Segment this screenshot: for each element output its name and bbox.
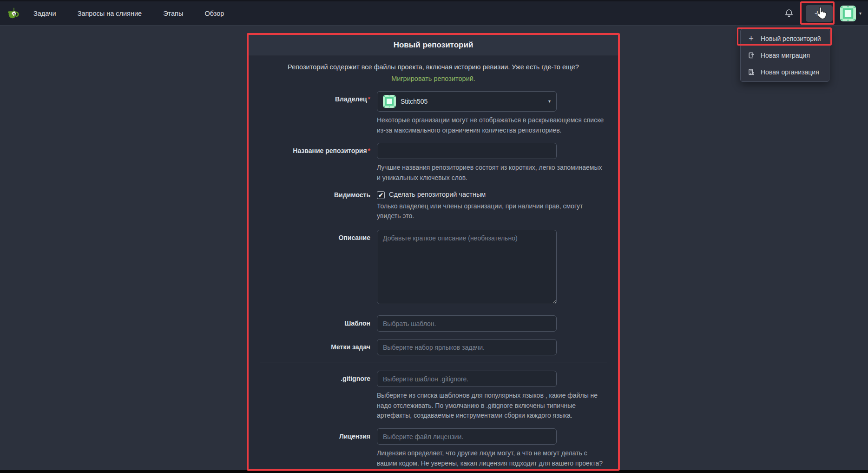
private-checkbox[interactable]: ✔ xyxy=(377,191,385,199)
user-avatar xyxy=(840,6,856,21)
gitignore-help-text: Выберите из списка шаблонов для популярн… xyxy=(377,391,607,421)
nav-item-issues[interactable]: Задачи xyxy=(33,10,56,17)
repo-name-help-text: Лучшие названия репозиториев состоят из … xyxy=(377,163,607,183)
owner-label: Владелец* xyxy=(260,91,377,135)
nav-item-milestones[interactable]: Этапы xyxy=(163,10,183,17)
license-label: Лицензия xyxy=(260,428,377,471)
gitignore-label: .gitignore xyxy=(260,371,377,421)
migration-icon xyxy=(747,52,755,59)
repo-name-input[interactable] xyxy=(377,143,557,159)
choose-license-link[interactable]: Выберите лицензию. xyxy=(408,469,472,471)
issue-labels-input[interactable] xyxy=(377,339,557,355)
issue-labels-label: Метки задач xyxy=(260,339,377,355)
form-intro: Репозиторий содержит все файлы проекта, … xyxy=(273,61,594,85)
visibility-label: Видимость xyxy=(260,191,377,221)
visibility-help-text: Только владелец или члены организации, п… xyxy=(377,201,607,221)
repo-name-label: Название репозитория* xyxy=(260,143,377,183)
notifications-button[interactable] xyxy=(781,5,797,22)
bell-icon xyxy=(784,8,794,19)
panel-body: Репозиторий содержит все файлы проекта, … xyxy=(249,55,618,471)
owner-selected-value: Stitch505 xyxy=(401,98,544,105)
create-new-button[interactable]: + ▾ xyxy=(806,5,833,22)
template-input[interactable] xyxy=(377,315,557,332)
visibility-field-row: Видимость ✔ Сделать репозиторий частным … xyxy=(260,191,607,221)
description-field-row: Описание xyxy=(260,230,607,306)
section-divider xyxy=(260,362,607,362)
page-title: Новый репозиторий xyxy=(394,40,473,50)
gitea-logo[interactable]: b xyxy=(7,7,20,20)
menu-item-new-migration[interactable]: Новая миграция xyxy=(741,47,829,64)
chevron-down-icon: ▾ xyxy=(822,11,824,16)
panel-header: Новый репозиторий xyxy=(249,35,618,55)
owner-select[interactable]: Stitch505 ▾ xyxy=(377,91,557,112)
chevron-down-icon: ▾ xyxy=(859,11,861,16)
plus-icon: + xyxy=(747,34,755,43)
owner-field-row: Владелец* Stitch505 ▾ Некоторые организа… xyxy=(260,91,607,135)
nav-item-pull-requests[interactable]: Запросы на слияние xyxy=(78,10,142,17)
gitignore-field-row: .gitignore Выберите из списка шаблонов д… xyxy=(260,371,607,421)
menu-item-label: Новая организация xyxy=(761,68,819,76)
migrate-repository-link[interactable]: Мигрировать репозиторий. xyxy=(391,75,475,82)
menu-item-label: Новая миграция xyxy=(761,52,810,59)
intro-text: Репозиторий содержит все файлы проекта, … xyxy=(288,63,579,71)
chevron-down-icon: ▾ xyxy=(548,99,551,104)
navbar-right: + ▾ ▾ xyxy=(781,5,861,22)
menu-item-new-organization[interactable]: Новая организация xyxy=(741,64,829,80)
description-label: Описание xyxy=(260,230,377,306)
description-textarea[interactable] xyxy=(377,230,557,304)
license-help-text: Лицензия определяет, что другие люди мог… xyxy=(377,448,607,471)
license-input[interactable] xyxy=(377,428,557,445)
private-checkbox-label[interactable]: Сделать репозиторий частным xyxy=(389,191,486,198)
checkmark-icon: ✔ xyxy=(378,192,383,198)
required-asterisk: * xyxy=(368,95,370,103)
plus-icon: + xyxy=(815,8,820,18)
required-asterisk: * xyxy=(368,147,370,154)
menu-item-label: Новый репозиторий xyxy=(761,35,821,42)
user-menu-button[interactable]: ▾ xyxy=(840,6,861,21)
owner-help-text: Некоторые организации могут не отображат… xyxy=(377,115,607,135)
owner-avatar xyxy=(383,95,396,108)
issue-labels-field-row: Метки задач xyxy=(260,339,607,355)
license-field-row: Лицензия Лицензия определяет, что другие… xyxy=(260,428,607,471)
template-label: Шаблон xyxy=(260,315,377,332)
organization-icon xyxy=(747,68,755,76)
template-field-row: Шаблон xyxy=(260,315,607,332)
create-new-dropdown-menu: + Новый репозиторий Новая миграция Новая… xyxy=(740,29,829,82)
menu-item-new-repository[interactable]: + Новый репозиторий xyxy=(741,30,829,47)
navbar: b Задачи Запросы на слияние Этапы Обзор … xyxy=(0,1,868,26)
nav-item-explore[interactable]: Обзор xyxy=(204,10,224,17)
gitignore-input[interactable] xyxy=(377,371,557,387)
new-repository-panel: Новый репозиторий Репозиторий содержит в… xyxy=(247,33,620,471)
repo-name-field-row: Название репозитория* Лучшие названия ре… xyxy=(260,143,607,183)
